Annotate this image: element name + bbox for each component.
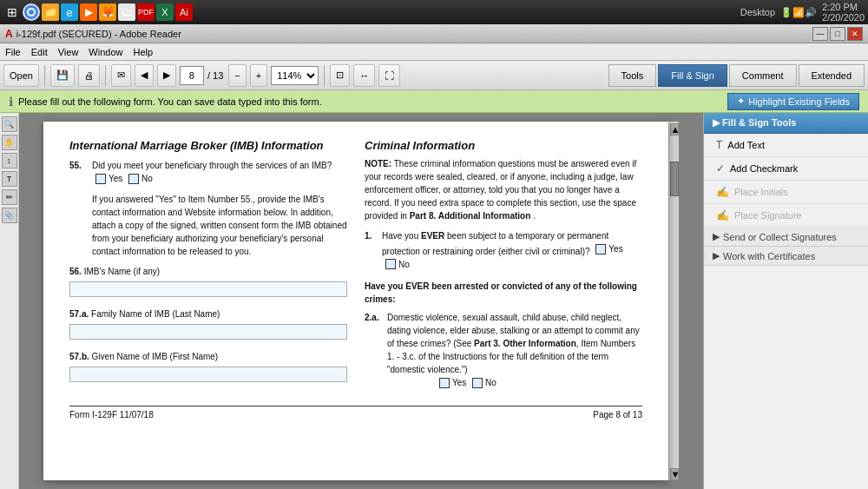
menu-window[interactable]: Window — [89, 47, 122, 57]
menu-edit[interactable]: Edit — [31, 47, 48, 57]
menu-help[interactable]: Help — [133, 47, 153, 57]
scroll-down-btn[interactable]: ▼ — [670, 468, 679, 480]
scroll-thumb[interactable] — [670, 162, 679, 196]
close-button[interactable]: ✕ — [847, 27, 863, 41]
fill-sign-tab[interactable]: Fill & Sign — [658, 64, 727, 87]
title-bar-controls[interactable]: — □ ✕ — [812, 27, 863, 41]
pdf-icon[interactable]: PDF — [137, 3, 155, 21]
pdf-col-right: Criminal Information NOTE: These crimina… — [365, 139, 642, 397]
page-total: / 13 — [207, 70, 223, 81]
open-button[interactable]: Open — [3, 64, 39, 87]
taskbar-top: ⊞ 📁 e ▶ 🦊 🗂 PDF X Ai Desktop 🔋📶🔊 2:20 PM… — [0, 0, 868, 24]
taskbar-icons: ⊞ 📁 e ▶ 🦊 🗂 PDF X Ai — [3, 3, 193, 21]
left-tool-6[interactable]: 📎 — [2, 208, 17, 223]
send-signatures-label: Send or Collect Signatures — [723, 232, 837, 242]
fullscreen-button[interactable]: ⛶ — [378, 64, 400, 87]
left-tool-5[interactable]: ✏ — [2, 189, 17, 205]
fit-width-button[interactable]: ↔ — [353, 64, 375, 87]
item2a-no-row: No — [472, 376, 496, 389]
add-checkmark-item[interactable]: ✓ Add Checkmark — [704, 157, 868, 181]
folder-icon[interactable]: 📁 — [42, 3, 59, 21]
place-signature-item[interactable]: ✍ Place Signature — [704, 204, 868, 228]
item1-text: Have you EVER been subject to a temporar… — [382, 229, 642, 273]
item1-no-row: No — [385, 258, 410, 271]
left-tool-3[interactable]: ↕ — [2, 153, 17, 169]
criminal-note: NOTE: These criminal information questio… — [365, 157, 642, 222]
item55-yes-checkbox[interactable] — [95, 174, 106, 184]
pdf-viewer[interactable]: International Marriage Broker (IMB) Info… — [19, 113, 703, 489]
place-signature-label: Place Signature — [734, 210, 802, 221]
right-panel: ▶ Fill & Sign Tools T Add Text ✓ Add Che… — [703, 113, 868, 489]
fit-page-button[interactable]: ⊡ — [330, 64, 350, 87]
zoom-select[interactable]: 114% 100% 125% — [271, 66, 319, 85]
highlight-icon: ✦ — [737, 96, 745, 107]
left-tool-1[interactable]: 🔍 — [2, 116, 17, 132]
left-tool-4[interactable]: T — [2, 171, 17, 187]
item-55: 55. Did you meet your beneficiary throug… — [69, 159, 347, 188]
item55-no-checkbox[interactable] — [128, 174, 139, 184]
save-button[interactable]: 💾 — [50, 64, 75, 87]
pdf-col-left: International Marriage Broker (IMB) Info… — [69, 139, 347, 397]
scroll-up-btn[interactable]: ▲ — [670, 123, 679, 135]
place-initials-item[interactable]: ✍ Place Initials — [704, 181, 868, 204]
item57b-input[interactable] — [69, 367, 347, 382]
separator-3 — [324, 65, 325, 86]
item57b-label: 57.b. Given Name of IMB (First Name) — [69, 352, 347, 361]
zoom-in-button[interactable]: + — [250, 64, 267, 87]
add-text-item[interactable]: T Add Text — [704, 134, 868, 157]
send-signatures-header[interactable]: ▶ Send or Collect Signatures — [704, 228, 868, 247]
place-initials-icon: ✍ — [716, 186, 729, 198]
nav-prev-button[interactable]: ◀ — [135, 64, 154, 87]
desktop-label: Desktop — [740, 7, 775, 17]
ie-icon[interactable]: e — [61, 3, 78, 21]
item1-no-checkbox[interactable] — [385, 259, 396, 269]
item55-yes-row: Yes — [95, 172, 122, 185]
system-tray: 🔋📶🔊 — [780, 7, 817, 18]
item57a-input[interactable] — [69, 324, 347, 340]
toolbar: Open 💾 🖨 ✉ ◀ ▶ / 13 − + 114% 100% 125% ⊡… — [0, 61, 868, 90]
comment-tab[interactable]: Comment — [729, 64, 797, 87]
highlight-fields-button[interactable]: ✦ Highlight Existing Fields — [727, 93, 859, 110]
separator-1 — [44, 65, 45, 86]
menu-view[interactable]: View — [58, 47, 79, 57]
svg-point-2 — [29, 10, 34, 15]
work-certificates-label: Work with Certificates — [723, 251, 815, 261]
window-title: i-129f.pdf (SECURED) - Adobe Reader — [16, 29, 181, 39]
media-icon[interactable]: ▶ — [80, 3, 97, 21]
item-57b: 57.b. Given Name of IMB (First Name) — [69, 352, 347, 389]
zoom-out-button[interactable]: − — [228, 64, 246, 87]
footer-right: Page 8 of 13 — [593, 410, 642, 420]
menu-file[interactable]: File — [5, 47, 21, 57]
item2a-yes-checkbox[interactable] — [439, 378, 450, 388]
pdf-scrollbar[interactable]: ▲ ▼ — [668, 122, 679, 480]
add-text-label: Add Text — [727, 140, 765, 150]
chrome-icon[interactable] — [23, 3, 40, 21]
maximize-button[interactable]: □ — [830, 27, 845, 41]
extended-tab[interactable]: Extended — [799, 64, 865, 87]
excel-icon[interactable]: X — [156, 3, 174, 21]
footer-left: Form I-129F 11/07/18 — [69, 410, 154, 420]
item2a-no-checkbox[interactable] — [472, 378, 483, 388]
pdf-footer: Form I-129F 11/07/18 Page 8 of 13 — [69, 406, 642, 420]
minimize-button[interactable]: — — [812, 27, 828, 41]
start-button[interactable]: ⊞ — [3, 3, 21, 21]
left-tool-2[interactable]: ✋ — [2, 135, 17, 150]
item55-no-row: No — [128, 172, 153, 185]
page-nav: / 13 — [180, 66, 225, 85]
title-bar-left: A i-129f.pdf (SECURED) - Adobe Reader — [5, 28, 181, 40]
adobe-app-icon[interactable]: Ai — [175, 3, 193, 21]
tools-tab[interactable]: Tools — [608, 64, 657, 87]
fill-sign-tools-header[interactable]: ▶ Fill & Sign Tools — [704, 113, 868, 134]
page-input[interactable] — [180, 66, 204, 85]
clock: 2:20 PM 2/20/2020 — [822, 2, 865, 23]
files-icon[interactable]: 🗂 — [118, 3, 135, 21]
item1-yes-checkbox[interactable] — [595, 244, 606, 254]
nav-up-button[interactable]: ✉ — [111, 64, 131, 87]
firefox-icon[interactable]: 🦊 — [99, 3, 116, 21]
left-toolbar: 🔍 ✋ ↕ T ✏ 📎 — [0, 113, 19, 489]
print-button[interactable]: 🖨 — [78, 64, 100, 87]
work-certificates-header[interactable]: ▶ Work with Certificates — [704, 247, 868, 266]
nav-next-button[interactable]: ▶ — [157, 64, 176, 87]
item56-input[interactable] — [69, 281, 347, 297]
place-signature-icon: ✍ — [716, 209, 729, 221]
